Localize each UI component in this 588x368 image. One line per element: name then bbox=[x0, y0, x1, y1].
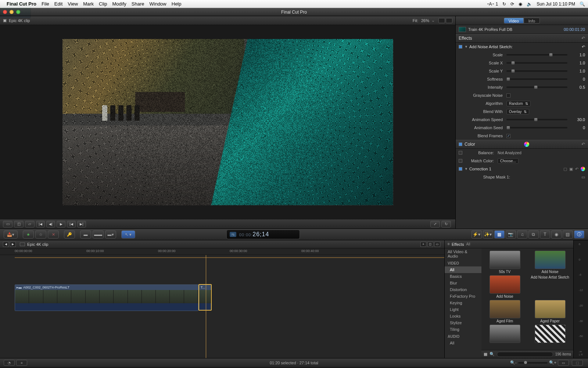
timeline-zoom-slider[interactable] bbox=[518, 362, 548, 364]
correction-enable-checkbox[interactable] bbox=[459, 167, 462, 171]
append-clip-button[interactable]: ▬▾ bbox=[105, 230, 116, 238]
fullscreen-button[interactable]: ⤢ bbox=[430, 221, 440, 227]
zoom-out-icon[interactable]: 🔍- bbox=[510, 360, 517, 365]
effects-thumb-size-icon[interactable]: ▦ bbox=[484, 352, 487, 357]
correction-colorboard-icon[interactable] bbox=[581, 167, 585, 171]
color-wheel-icon[interactable] bbox=[524, 142, 529, 147]
insert-clip-button[interactable]: ▬▬ bbox=[93, 230, 104, 238]
keyword-red-button[interactable]: ✕ bbox=[48, 230, 59, 238]
menu-view[interactable]: View bbox=[68, 1, 78, 7]
menu-edit[interactable]: Edit bbox=[54, 1, 62, 7]
effect-item-aged-paper[interactable]: Aged Paper bbox=[529, 300, 571, 323]
param-scaley-value[interactable]: 1.0 bbox=[570, 69, 585, 73]
param-intensity-slider[interactable] bbox=[506, 86, 567, 88]
menu-share[interactable]: Share bbox=[132, 1, 144, 7]
param-softness-slider[interactable] bbox=[506, 78, 567, 80]
clip-appearance-button[interactable]: ▭ bbox=[558, 360, 569, 366]
keyword-yellow-button[interactable]: ☆ bbox=[35, 230, 46, 238]
viewer-settings-button[interactable] bbox=[438, 18, 445, 23]
timeline-index-button[interactable]: ≡ bbox=[420, 242, 426, 247]
effects-cat-looks[interactable]: Looks bbox=[445, 313, 481, 319]
param-scale-value[interactable]: 1.0 bbox=[570, 53, 585, 57]
effect-disclosure-icon[interactable]: ▼ bbox=[465, 45, 468, 49]
color-reset-icon[interactable]: ↶ bbox=[581, 142, 585, 147]
param-scalex-value[interactable]: 1.0 bbox=[570, 61, 585, 65]
param-animspeed-slider[interactable] bbox=[506, 119, 567, 120]
effects-cat-blur[interactable]: Blur bbox=[445, 280, 481, 286]
effects-cat-basics[interactable]: Basics bbox=[445, 273, 481, 280]
timeline-appearance-button[interactable]: ◫ bbox=[427, 242, 433, 247]
timeline-clip-selected[interactable]: T... bbox=[198, 284, 212, 311]
music-browser-button[interactable]: ♫ bbox=[517, 230, 527, 238]
enhance-button[interactable]: ✨▾ bbox=[483, 230, 493, 238]
timeline-playhead[interactable] bbox=[206, 255, 206, 358]
connect-clip-button[interactable]: ▬ bbox=[80, 230, 91, 238]
titles-browser-button[interactable]: T bbox=[540, 230, 550, 238]
inspector-toggle-button[interactable]: ⓘ bbox=[574, 230, 584, 238]
menubar-wifi-icon[interactable]: ◉ bbox=[519, 1, 522, 7]
effect-item-50s-tv[interactable]: 50s TV bbox=[484, 251, 526, 274]
effect-item-header[interactable]: ▼ Add Noise Artist Sketch: ↶ bbox=[456, 43, 588, 51]
timeline-history-back-button[interactable]: ◀ bbox=[3, 242, 9, 247]
inspector-tab-info[interactable]: Info bbox=[524, 18, 540, 24]
effects-cat-distortion[interactable]: Distortion bbox=[445, 286, 481, 293]
effect-item-add-noise-2[interactable]: Add Noise bbox=[484, 275, 526, 298]
snapping-button[interactable]: ⬚ bbox=[572, 360, 583, 366]
param-animseed-slider[interactable] bbox=[506, 127, 567, 128]
menubar-adobe-icon[interactable]: ⁃A⁃ 1 bbox=[487, 1, 498, 7]
effects-search-input[interactable] bbox=[497, 352, 553, 357]
go-to-end-button[interactable]: ▶| bbox=[77, 221, 86, 227]
effect-item-add-noise-artist[interactable]: Add Noise Artist Sketch bbox=[529, 275, 571, 298]
transform-tool-button[interactable]: ▭ bbox=[3, 221, 12, 227]
photos-browser-button[interactable]: 📷 bbox=[506, 230, 516, 238]
viewer-canvas[interactable] bbox=[0, 25, 455, 219]
menubar-sync-icon[interactable]: ⟳ bbox=[510, 1, 514, 7]
menu-clip[interactable]: Clip bbox=[99, 1, 107, 7]
viewer-zoom-value[interactable]: 26% bbox=[421, 18, 429, 23]
menu-window[interactable]: Window bbox=[150, 1, 166, 7]
correction-disclosure-icon[interactable]: ▼ bbox=[465, 167, 468, 171]
correction-inside-icon[interactable]: ▣ bbox=[569, 167, 573, 171]
menubar-spotlight-icon[interactable]: 🔍 bbox=[580, 1, 585, 7]
effects-cat-audio-all[interactable]: All bbox=[445, 340, 481, 346]
timeline-index-toggle[interactable]: ≡ bbox=[16, 360, 27, 366]
background-tasks-button[interactable]: ◔ bbox=[4, 360, 15, 366]
effect-item-add-noise[interactable]: Add Noise bbox=[529, 251, 571, 274]
timeline-tracks[interactable]: ▸▬A002_C002_0602T4-ProResLT T... bbox=[0, 255, 444, 358]
balance-checkbox[interactable] bbox=[459, 151, 462, 155]
menu-modify[interactable]: Modify bbox=[112, 1, 126, 7]
themes-browser-button[interactable]: ▤ bbox=[563, 230, 573, 238]
effects-browser-button[interactable]: ▦ bbox=[494, 230, 505, 238]
effects-cat-all-video-audio[interactable]: All Video & Audio bbox=[445, 248, 481, 259]
import-media-button[interactable]: 📥▾ bbox=[4, 230, 18, 238]
timeline-history-fwd-button[interactable]: ▶ bbox=[10, 242, 16, 247]
shape-mask-view-icon[interactable]: ▭ bbox=[581, 175, 585, 180]
step-forward-button[interactable]: |◀ bbox=[67, 221, 76, 227]
timeline-clip-appearance-button[interactable]: ▭ bbox=[434, 242, 440, 247]
keyword-green-button[interactable]: ★ bbox=[23, 230, 34, 238]
correction-reset-icon[interactable]: ↶ bbox=[575, 167, 578, 171]
keyword-editor-button[interactable]: 🔑 bbox=[64, 230, 75, 238]
effect-item-aged-film[interactable]: Aged Film bbox=[484, 300, 526, 323]
menu-file[interactable]: File bbox=[42, 1, 49, 7]
correction-header[interactable]: ▼ Correction 1 ▢ ▣ ↶ bbox=[456, 165, 588, 173]
menu-help[interactable]: Help bbox=[172, 1, 182, 7]
param-blendwith-dropdown[interactable]: Overlay⇅ bbox=[506, 109, 529, 114]
retiming-button[interactable]: ⚡▾ bbox=[472, 230, 482, 238]
effect-reset-icon[interactable]: ↶ bbox=[582, 45, 585, 49]
param-algorithm-dropdown[interactable]: Random⇅ bbox=[506, 101, 531, 106]
effect-item-more[interactable] bbox=[484, 325, 526, 344]
play-button[interactable]: ▶ bbox=[57, 221, 65, 227]
effect-item-more[interactable] bbox=[529, 325, 571, 344]
effect-enable-checkbox[interactable] bbox=[459, 45, 462, 49]
project-library-icon[interactable]: ▣ bbox=[3, 18, 7, 23]
viewer-display-button[interactable] bbox=[446, 18, 452, 23]
arrow-tool-button[interactable]: ↖ ▾ bbox=[121, 230, 135, 238]
param-match-button[interactable]: Choose... bbox=[498, 158, 519, 164]
crop-tool-button[interactable]: ◫ bbox=[14, 221, 24, 227]
param-animseed-value[interactable]: 0 bbox=[570, 125, 585, 130]
menubar-timemachine-icon[interactable]: ↻ bbox=[502, 1, 506, 7]
color-enable-checkbox[interactable] bbox=[459, 142, 462, 146]
go-to-start-button[interactable]: |◀ bbox=[36, 221, 45, 227]
param-scalex-slider[interactable] bbox=[506, 62, 567, 64]
